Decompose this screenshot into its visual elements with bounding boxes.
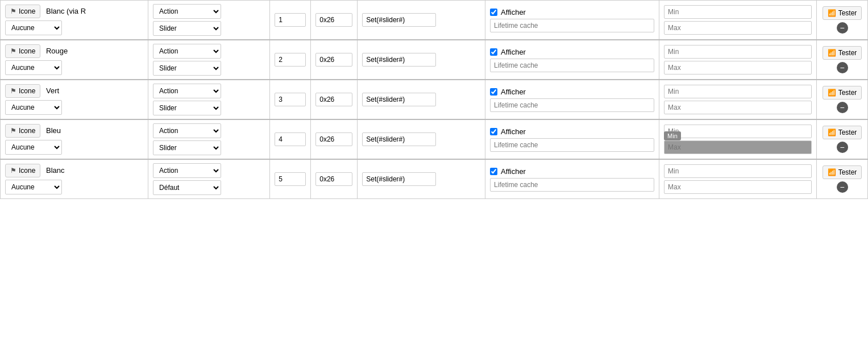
aucune-select-3[interactable]: Aucune	[5, 100, 62, 115]
icon-button-1[interactable]: ⚑ Icone	[5, 5, 40, 18]
hex-input-4[interactable]	[315, 132, 352, 146]
lifetime-input-4[interactable]	[490, 138, 654, 152]
number-cell-5	[270, 159, 311, 199]
number-input-2[interactable]	[275, 53, 306, 67]
table-row: ⚑ Icone Blanc (via R Aucune Action	[1, 1, 868, 40]
icon-button-2[interactable]: ⚑ Icone	[5, 44, 40, 58]
tester-button-5[interactable]: 📶 Tester	[823, 165, 862, 179]
formula-input-3[interactable]	[362, 93, 436, 106]
aucune-select-5[interactable]: Aucune	[5, 180, 62, 194]
flag-icon-4: ⚑	[10, 127, 16, 135]
action-type-cell-2: Action Slider	[148, 40, 270, 80]
icon-button-4[interactable]: ⚑ Icone	[5, 124, 40, 138]
flag-icon-2: ⚑	[10, 47, 16, 55]
type-select-4[interactable]: Slider	[153, 140, 221, 155]
min-input-5[interactable]	[664, 164, 812, 178]
min-input-2[interactable]	[664, 45, 812, 59]
color-label-3: Vert	[46, 86, 59, 95]
afficher-checkbox-3[interactable]	[490, 88, 497, 96]
aucune-select-2[interactable]: Aucune	[5, 60, 62, 75]
remove-button-3[interactable]: −	[837, 102, 848, 113]
afficher-checkbox-5[interactable]	[490, 168, 497, 175]
max-input-4[interactable]	[664, 140, 812, 154]
color-label-1: Blanc (via R	[46, 7, 86, 15]
afficher-checkbox-1[interactable]	[490, 9, 497, 16]
icon-label-2: Icone	[19, 47, 35, 55]
afficher-cell-2: Afficher	[485, 40, 659, 80]
afficher-cell-3: Afficher	[485, 80, 659, 119]
minmax-cell-3	[659, 80, 817, 119]
type-select-2[interactable]: Slider	[153, 61, 221, 76]
max-input-1[interactable]	[664, 21, 812, 35]
tester-label-2: Tester	[838, 49, 857, 57]
table-row: ⚑ Icone Bleu Aucune Action	[1, 119, 868, 159]
wifi-icon-5: 📶	[828, 168, 836, 176]
icon-label-4: Icone	[19, 127, 35, 135]
max-input-5[interactable]	[664, 180, 812, 194]
remove-button-2[interactable]: −	[837, 62, 848, 73]
wifi-icon-3: 📶	[828, 89, 836, 97]
action-type-cell-1: Action Slider	[148, 1, 270, 40]
flag-icon-1: ⚑	[10, 7, 16, 15]
min-input-4[interactable]	[664, 125, 812, 138]
icon-label-5: Icone	[19, 167, 35, 175]
number-input-1[interactable]	[275, 13, 306, 27]
type-select-5[interactable]: Défaut	[153, 180, 221, 195]
type-select-3[interactable]: Slider	[153, 101, 221, 115]
tester-label-4: Tester	[838, 129, 857, 136]
number-input-5[interactable]	[275, 172, 306, 186]
action-select-2[interactable]: Action	[153, 44, 221, 59]
icon-color-cell-3: ⚑ Icone Vert Aucune	[1, 80, 148, 119]
remove-button-5[interactable]: −	[837, 181, 848, 193]
formula-cell-2	[358, 40, 485, 80]
remove-button-1[interactable]: −	[837, 22, 848, 34]
tester-button-3[interactable]: 📶 Tester	[823, 86, 862, 100]
formula-cell-4	[358, 119, 485, 159]
type-select-1[interactable]: Slider	[153, 21, 221, 36]
formula-input-5[interactable]	[362, 172, 436, 186]
action-select-4[interactable]: Action	[153, 123, 221, 138]
afficher-checkbox-4[interactable]	[490, 128, 497, 135]
minmax-cell-4: Min	[659, 119, 817, 159]
lifetime-input-2[interactable]	[490, 59, 654, 72]
afficher-cell-4: Afficher	[485, 119, 659, 159]
icon-button-3[interactable]: ⚑ Icone	[5, 84, 40, 98]
tester-button-2[interactable]: 📶 Tester	[823, 46, 862, 60]
min-input-3[interactable]	[664, 85, 812, 98]
minmax-cell-1	[659, 1, 817, 40]
formula-input-2[interactable]	[362, 53, 436, 67]
color-label-5: Blanc	[46, 166, 65, 175]
afficher-checkbox-2[interactable]	[490, 48, 497, 56]
afficher-cell-1: Afficher	[485, 1, 659, 40]
number-input-3[interactable]	[275, 93, 306, 106]
hex-input-1[interactable]	[315, 13, 352, 27]
formula-input-4[interactable]	[362, 132, 436, 146]
lifetime-input-5[interactable]	[490, 178, 654, 192]
aucune-select-1[interactable]: Aucune	[5, 20, 62, 35]
afficher-cell-5: Afficher	[485, 159, 659, 199]
hex-input-3[interactable]	[315, 93, 352, 106]
action-select-3[interactable]: Action	[153, 84, 221, 98]
action-select-1[interactable]: Action	[153, 4, 221, 19]
hex-cell-4	[311, 119, 358, 159]
hex-input-2[interactable]	[315, 53, 352, 67]
tester-button-1[interactable]: 📶 Tester	[823, 6, 862, 20]
min-input-1[interactable]	[664, 5, 812, 19]
tester-label-1: Tester	[838, 9, 857, 17]
max-input-2[interactable]	[664, 61, 812, 74]
flag-icon-5: ⚑	[10, 167, 16, 175]
tester-button-4[interactable]: 📶 Tester	[823, 126, 862, 139]
lifetime-input-3[interactable]	[490, 98, 654, 112]
number-input-4[interactable]	[275, 132, 306, 146]
formula-cell-3	[358, 80, 485, 119]
action-type-cell-3: Action Slider	[148, 80, 270, 119]
max-input-3[interactable]	[664, 101, 812, 114]
wifi-icon-2: 📶	[828, 49, 836, 57]
formula-input-1[interactable]	[362, 13, 436, 27]
lifetime-input-1[interactable]	[490, 19, 654, 32]
icon-button-5[interactable]: ⚑ Icone	[5, 164, 40, 177]
hex-input-5[interactable]	[315, 172, 352, 186]
remove-button-4[interactable]: −	[837, 142, 848, 153]
aucune-select-4[interactable]: Aucune	[5, 140, 62, 155]
action-select-5[interactable]: Action	[153, 163, 221, 178]
